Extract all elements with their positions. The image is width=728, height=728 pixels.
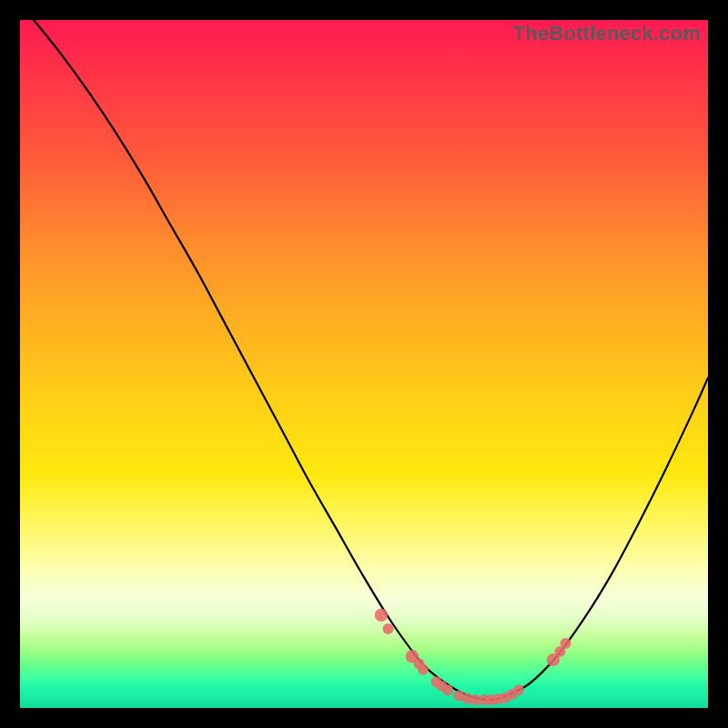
data-marker [383,623,394,634]
plot-area: TheBottleneck.com [20,20,708,708]
data-marker [418,664,429,675]
data-marker [561,638,571,649]
data-marker [375,609,388,622]
marker-group [375,609,571,705]
chart-frame: TheBottleneck.com [20,20,708,708]
curve-line [34,20,708,700]
data-marker [513,684,524,695]
data-marker [442,684,453,695]
bottleneck-chart [20,20,708,708]
